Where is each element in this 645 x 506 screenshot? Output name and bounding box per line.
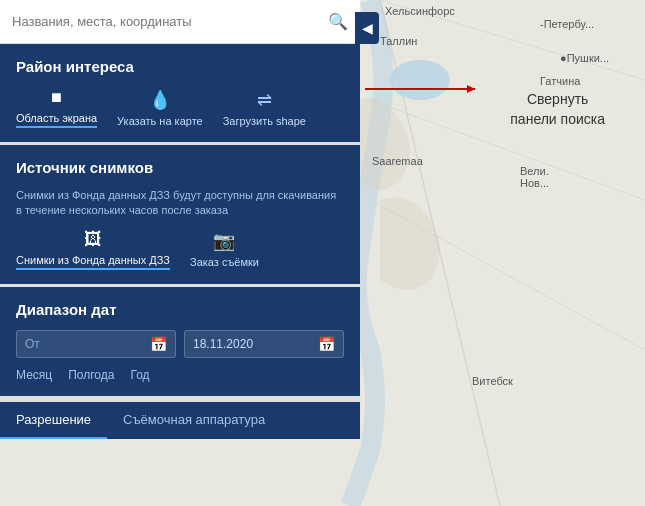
option-shape[interactable]: ⇌ Загрузить shape xyxy=(223,89,306,127)
shortcut-month[interactable]: Месяц xyxy=(16,368,52,382)
date-from-input[interactable] xyxy=(25,337,146,351)
camera-icon: 📷 xyxy=(213,230,235,252)
option-screen-label: Область экрана xyxy=(16,112,97,128)
interest-area-title: Район интереса xyxy=(16,58,344,75)
search-input[interactable] xyxy=(12,14,320,29)
tooltip: Свернутьпанели поиска xyxy=(510,90,605,129)
option-screen[interactable]: ■ Область экрана xyxy=(16,87,97,128)
city-label-tallinn: Таллин xyxy=(380,35,417,47)
date-range-section: Диапазон дат 📅 📅 Месяц Полгода Год xyxy=(0,287,360,399)
bottom-tabs: Разрешение Съёмочная аппаратура xyxy=(0,399,360,439)
date-to-input[interactable] xyxy=(193,337,314,351)
date-shortcuts: Месяц Полгода Год xyxy=(16,368,344,382)
image-source-section: Источник снимков Снимки из Фонда данных … xyxy=(0,145,360,287)
collapse-icon: ◀ xyxy=(362,20,373,36)
calendar-from-icon: 📅 xyxy=(150,336,167,352)
option-shape-label: Загрузить shape xyxy=(223,115,306,127)
map-pin-icon: 💧 xyxy=(149,89,171,111)
city-label-pushkin: ●Пушки... xyxy=(560,52,609,64)
option-order-label: Заказ съёмки xyxy=(190,256,259,268)
option-fund[interactable]: 🖼 Снимки из Фонда данных ДЗЗ xyxy=(16,229,170,270)
collapse-button[interactable]: ◀ xyxy=(355,12,379,44)
shortcut-year[interactable]: Год xyxy=(130,368,149,382)
search-icon[interactable]: 🔍 xyxy=(328,12,348,31)
tab-resolution[interactable]: Разрешение xyxy=(0,402,107,439)
date-to-wrap: 📅 xyxy=(184,330,344,358)
tab-equipment[interactable]: Съёмочная аппаратура xyxy=(107,402,281,439)
image-source-desc: Снимки из Фонда данных ДЗЗ будут доступн… xyxy=(16,188,344,219)
city-label-gatchina: Гатчина xyxy=(540,75,580,87)
city-label-novgorod: Вели.Нов... xyxy=(520,165,549,189)
city-label-helsinki: Хельсинфорс xyxy=(385,5,455,17)
interest-area-section: Район интереса ■ Область экрана 💧 Указат… xyxy=(0,44,360,145)
option-fund-label: Снимки из Фонда данных ДЗЗ xyxy=(16,254,170,270)
screen-icon: ■ xyxy=(51,87,62,108)
date-inputs: 📅 📅 xyxy=(16,330,344,358)
option-map[interactable]: 💧 Указать на карте xyxy=(117,89,203,127)
option-order[interactable]: 📷 Заказ съёмки xyxy=(190,230,259,268)
gallery-icon: 🖼 xyxy=(84,229,102,250)
search-bar: 🔍 xyxy=(0,0,360,44)
left-panel: 🔍 Район интереса ■ Область экрана 💧 Указ… xyxy=(0,0,360,506)
option-map-label: Указать на карте xyxy=(117,115,203,127)
shape-icon: ⇌ xyxy=(257,89,272,111)
tooltip-text: Свернутьпанели поиска xyxy=(510,91,605,127)
interest-area-options: ■ Область экрана 💧 Указать на карте ⇌ За… xyxy=(16,87,344,128)
image-source-title: Источник снимков xyxy=(16,159,344,176)
city-label-saaremaa: Saaremaa xyxy=(372,155,423,167)
city-label-spb: -Петербу... xyxy=(540,18,594,30)
image-source-options: 🖼 Снимки из Фонда данных ДЗЗ 📷 Заказ съё… xyxy=(16,229,344,270)
date-range-title: Диапазон дат xyxy=(16,301,344,318)
date-from-wrap: 📅 xyxy=(16,330,176,358)
shortcut-halfyear[interactable]: Полгода xyxy=(68,368,114,382)
calendar-to-icon: 📅 xyxy=(318,336,335,352)
city-label-vitebsk: Витебск xyxy=(472,375,513,387)
